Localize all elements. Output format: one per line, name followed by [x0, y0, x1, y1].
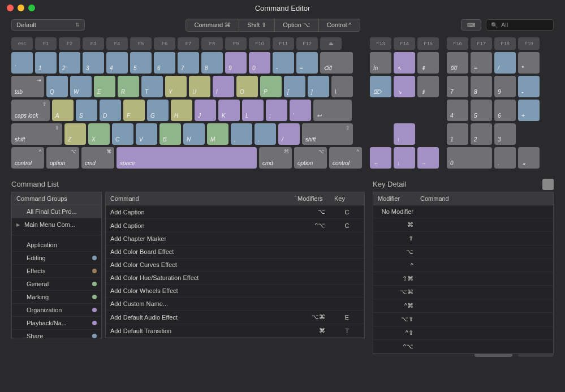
keydetail-row[interactable]: ⌥⌘ [373, 286, 553, 299]
modifier-shift[interactable]: Shift ⇧ [239, 19, 275, 32]
key-b[interactable]: B [159, 123, 181, 145]
key-[interactable]: ' [290, 100, 311, 121]
key-tab[interactable]: ⇥tab [11, 76, 44, 97]
key-[interactable]: ⌦ [370, 76, 391, 97]
group-item[interactable]: All Final Cut Pro... [12, 205, 101, 218]
key-f1[interactable]: F1 [35, 37, 57, 50]
key-f9[interactable]: F9 [225, 37, 247, 50]
keydetail-row[interactable]: ^⇧ [373, 326, 553, 340]
modifier-option[interactable]: Option ⌥ [275, 19, 318, 32]
key-f14[interactable]: F14 [394, 37, 415, 50]
key-9[interactable]: 9 [494, 76, 516, 97]
key-[interactable]: ; [266, 100, 287, 121]
key-f7[interactable]: F7 [178, 37, 199, 50]
modifier-control[interactable]: Control ^ [319, 19, 360, 32]
category-item[interactable]: Organization [12, 304, 101, 317]
command-row[interactable]: Add Caption^⌥C [106, 219, 364, 232]
key-[interactable]: [ [284, 76, 305, 97]
key-y[interactable]: Y [165, 76, 187, 97]
key-t[interactable]: T [141, 76, 163, 97]
key-space[interactable]: space [117, 147, 257, 169]
key-capslock[interactable]: ⇪caps lock [11, 100, 50, 121]
key-w[interactable]: W [70, 76, 92, 97]
key-f10[interactable]: F10 [249, 37, 270, 50]
key-z[interactable]: Z [64, 123, 86, 145]
key-8[interactable]: 8 [201, 52, 223, 74]
key-7[interactable]: 7 [178, 52, 199, 74]
key-x[interactable]: X [88, 123, 110, 145]
key-fn[interactable]: fn [370, 52, 391, 74]
key-[interactable]: ⌧ [447, 52, 468, 74]
key-[interactable]: \ [331, 76, 353, 97]
key-4[interactable]: 4 [106, 52, 128, 74]
key-esc[interactable]: esc [11, 37, 33, 50]
keydetail-row[interactable]: ^⌥ [373, 340, 553, 354]
key-l[interactable]: L [242, 100, 264, 121]
key-2[interactable]: 2 [471, 123, 492, 145]
key-shift[interactable]: ⇧shift [11, 123, 62, 145]
keydetail-row[interactable]: ⌥ [373, 245, 553, 259]
search-input[interactable]: All [486, 19, 554, 31]
command-row[interactable]: Add Custom Name... [106, 298, 364, 311]
key-f15[interactable]: F15 [417, 37, 439, 50]
key-cmd[interactable]: ⌘cmd [81, 147, 114, 169]
key-shift[interactable]: ⇧shift [302, 123, 353, 145]
key-[interactable]: ↖ [394, 52, 415, 74]
category-item[interactable]: Editing [12, 252, 101, 265]
keydetail-row[interactable]: ⇧⌘ [373, 272, 553, 286]
key-0[interactable]: 0 [249, 52, 270, 74]
key-option[interactable]: ⌥option [294, 147, 327, 169]
key-f13[interactable]: F13 [370, 37, 391, 50]
key-[interactable]: ⌫ [320, 52, 353, 74]
key-[interactable]: ⌅ [518, 147, 540, 169]
key-3[interactable]: 3 [494, 123, 516, 145]
category-item[interactable]: Share [12, 330, 101, 343]
category-item[interactable]: Marking [12, 291, 101, 304]
key-f[interactable]: F [123, 100, 145, 121]
key-c[interactable]: C [112, 123, 133, 145]
key-[interactable]: ↑ [394, 123, 415, 145]
key-[interactable]: - [518, 76, 540, 97]
col-modifier[interactable]: Modifier [378, 195, 420, 202]
key-[interactable]: ⇟ [417, 76, 439, 97]
col-modifiers[interactable]: Modifiers [297, 195, 334, 202]
key-f16[interactable]: F16 [447, 37, 468, 50]
key-f17[interactable]: F17 [471, 37, 492, 50]
key-control[interactable]: ^control [11, 147, 44, 169]
keydetail-row[interactable]: ⌥⇧ [373, 313, 553, 326]
category-item[interactable]: General [12, 278, 101, 291]
keydetail-row[interactable]: ^⌘ [373, 299, 553, 313]
key-1[interactable]: 1 [35, 52, 57, 74]
key-i[interactable]: I [213, 76, 234, 97]
key-3[interactable]: 3 [83, 52, 104, 74]
key-[interactable]: / [278, 123, 300, 145]
command-row[interactable]: Add Color Board Effect [106, 245, 364, 259]
keydetail-row[interactable]: ⌘ [373, 218, 553, 232]
key-[interactable]: ↘ [394, 76, 415, 97]
keydetail-row[interactable]: No Modifier [373, 205, 553, 218]
key-6[interactable]: 6 [154, 52, 175, 74]
col-command[interactable]: Command [110, 195, 139, 202]
modifier-command[interactable]: Command ⌘ [186, 19, 239, 32]
key-f5[interactable]: F5 [130, 37, 152, 50]
command-row[interactable]: Add Color Wheels Effect [106, 285, 364, 298]
keyboard-layout-button[interactable]: ⌨ [461, 19, 481, 31]
keydetail-row[interactable]: ⇧ [373, 232, 553, 245]
key-a[interactable]: A [52, 100, 74, 121]
command-row[interactable]: Add Color Curves Effect [106, 259, 364, 272]
key-q[interactable]: Q [46, 76, 68, 97]
key-[interactable]: ⏏ [320, 37, 342, 50]
col-kd-command[interactable]: Command [420, 195, 549, 202]
key-[interactable]: ↓ [394, 147, 415, 169]
key-d[interactable]: D [100, 100, 121, 121]
command-row[interactable]: Add Default Transition⌘T [106, 324, 364, 338]
key-5[interactable]: 5 [130, 52, 152, 74]
key-1[interactable]: 1 [447, 123, 468, 145]
key-option[interactable]: ⌥option [46, 147, 79, 169]
key-[interactable]: ↩ [313, 100, 352, 121]
key-[interactable]: . [494, 147, 516, 169]
key-5[interactable]: 5 [471, 100, 492, 121]
key-f3[interactable]: F3 [83, 37, 104, 50]
category-item[interactable]: Playback/Na... [12, 317, 101, 330]
key-[interactable]: , [231, 123, 252, 145]
